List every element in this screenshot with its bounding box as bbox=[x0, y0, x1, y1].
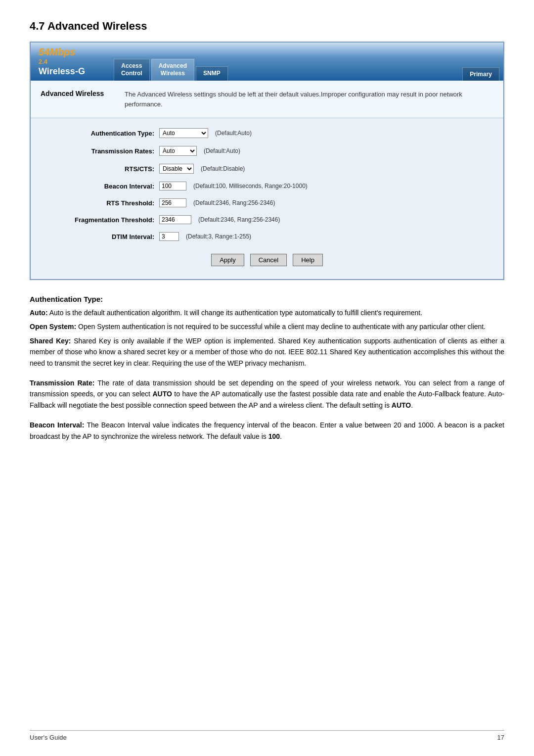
beacon-text: The Beacon Interval value indicates the … bbox=[30, 421, 504, 440]
info-section: Advanced Wireless The Advanced Wireless … bbox=[31, 81, 503, 118]
auth-open-label: Open System: bbox=[30, 323, 76, 331]
tx-rates-hint: (Default:Auto) bbox=[204, 147, 240, 154]
auth-open-text: Open System authentication is not requir… bbox=[78, 323, 486, 331]
frag-threshold-hint: (Default:2346, Rang:256-2346) bbox=[198, 216, 280, 223]
info-label: Advanced Wireless bbox=[41, 90, 125, 109]
tx-rates-select[interactable]: Auto 1 Mbps 2 Mbps 5.5 Mbps 11 Mbps 54 M… bbox=[159, 146, 197, 156]
tx-rate-auto-bold: AUTO bbox=[152, 390, 172, 398]
tx-rate-para: Transmission Rate: The rate of data tran… bbox=[30, 378, 504, 411]
router-header: 54Mbps 2.4 Wireless-G AccessControl Adva… bbox=[31, 43, 503, 81]
page-footer: User's Guide 17 bbox=[30, 730, 504, 741]
content-section: Authentication Type: Auto: Auto is the d… bbox=[30, 295, 504, 442]
help-button[interactable]: Help bbox=[293, 254, 323, 266]
auth-type-label: Authentication Type: bbox=[45, 130, 154, 137]
beacon-interval-label: Beacon Interval: bbox=[45, 183, 154, 190]
auth-auto-para: Auto: Auto is the default authentication… bbox=[30, 307, 504, 318]
dtim-interval-label: DTIM Interval: bbox=[45, 233, 154, 240]
logo-mbps: 54Mbps bbox=[39, 47, 75, 58]
buttons-row: Apply Cancel Help bbox=[45, 249, 489, 269]
auth-type-select[interactable]: Auto Open System Shared Key bbox=[159, 128, 208, 138]
rts-threshold-control: (Default:2346, Rang:256-2346) bbox=[159, 198, 275, 207]
auth-shared-label: Shared Key: bbox=[30, 337, 71, 345]
beacon-interval-hint: (Default:100, Milliseconds, Range:20-100… bbox=[193, 183, 308, 189]
logo-area: 54Mbps 2.4 Wireless-G bbox=[31, 43, 110, 81]
auth-shared-para: Shared Key: Shared Key is only available… bbox=[30, 335, 504, 369]
dtim-interval-row: DTIM Interval: (Default:3, Range:1-255) bbox=[45, 232, 489, 241]
beacon-default-bold: 100 bbox=[268, 432, 280, 440]
tx-rate-block: Transmission Rate: The rate of data tran… bbox=[30, 378, 504, 411]
auth-auto-text: Auto is the default authentication algor… bbox=[49, 309, 422, 317]
dtim-interval-hint: (Default:3, Range:1-255) bbox=[186, 233, 251, 240]
auth-type-row: Authentication Type: Auto Open System Sh… bbox=[45, 128, 489, 138]
footer-left: User's Guide bbox=[30, 734, 67, 741]
tab-advanced-wireless[interactable]: AdvancedWireless bbox=[151, 59, 194, 81]
dtim-interval-control: (Default:3, Range:1-255) bbox=[159, 232, 251, 241]
tx-rate-default-bold: AUTO bbox=[392, 401, 411, 409]
footer-right: 17 bbox=[497, 734, 504, 741]
frag-threshold-control: (Default:2346, Rang:256-2346) bbox=[159, 215, 280, 224]
rts-cts-hint: (Default:Disable) bbox=[201, 165, 245, 172]
auth-type-heading: Authentication Type: bbox=[30, 295, 504, 303]
auth-auto-label: Auto: bbox=[30, 309, 48, 317]
frag-threshold-label: Fragmentation Threshold: bbox=[45, 216, 154, 224]
info-text: The Advanced Wireless settings should be… bbox=[125, 90, 493, 109]
beacon-period: . bbox=[280, 432, 282, 440]
auth-open-para: Open System: Open System authentication … bbox=[30, 321, 504, 332]
rts-cts-select[interactable]: Disable Enable bbox=[159, 164, 194, 174]
tx-rates-control: Auto 1 Mbps 2 Mbps 5.5 Mbps 11 Mbps 54 M… bbox=[159, 146, 240, 156]
frag-threshold-row: Fragmentation Threshold: (Default:2346, … bbox=[45, 215, 489, 224]
rts-cts-control: Disable Enable (Default:Disable) bbox=[159, 164, 245, 174]
rts-threshold-row: RTS Threshold: (Default:2346, Rang:256-2… bbox=[45, 198, 489, 207]
dtim-interval-input[interactable] bbox=[159, 232, 179, 241]
rts-threshold-hint: (Default:2346, Rang:256-2346) bbox=[193, 199, 275, 206]
auth-type-control: Auto Open System Shared Key (Default:Aut… bbox=[159, 128, 252, 138]
beacon-interval-row: Beacon Interval: (Default:100, Milliseco… bbox=[45, 182, 489, 190]
tab-access-control[interactable]: AccessControl bbox=[114, 59, 150, 81]
tx-rates-label: Transmission Rates: bbox=[45, 147, 154, 155]
tx-rate-period: . bbox=[411, 401, 413, 409]
auth-type-hint: (Default:Auto) bbox=[215, 130, 252, 137]
beacon-para: Beacon Interval: The Beacon Interval val… bbox=[30, 420, 504, 442]
page-title: 4.7 Advanced Wireless bbox=[30, 20, 504, 33]
logo-brand: Wireless-G bbox=[39, 66, 85, 77]
tx-rate-label: Transmission Rate: bbox=[30, 379, 94, 387]
frag-threshold-input[interactable] bbox=[159, 215, 191, 224]
rts-threshold-input[interactable] bbox=[159, 198, 186, 207]
rts-cts-label: RTS/CTS: bbox=[45, 165, 154, 173]
tx-rates-row: Transmission Rates: Auto 1 Mbps 2 Mbps 5… bbox=[45, 146, 489, 156]
logo-sub: 2.4 bbox=[39, 58, 47, 65]
beacon-label: Beacon Interval: bbox=[30, 421, 84, 429]
beacon-interval-input[interactable] bbox=[159, 182, 186, 190]
tab-primary[interactable]: Primary bbox=[462, 67, 499, 81]
rts-cts-row: RTS/CTS: Disable Enable (Default:Disable… bbox=[45, 164, 489, 174]
apply-button[interactable]: Apply bbox=[211, 254, 244, 266]
rts-threshold-label: RTS Threshold: bbox=[45, 199, 154, 207]
nav-tabs: AccessControl AdvancedWireless SNMP Prim… bbox=[110, 43, 503, 81]
auth-shared-text: Shared Key is only available if the WEP … bbox=[30, 337, 504, 367]
beacon-interval-control: (Default:100, Milliseconds, Range:20-100… bbox=[159, 182, 308, 190]
router-panel: 54Mbps 2.4 Wireless-G AccessControl Adva… bbox=[30, 42, 504, 280]
beacon-block: Beacon Interval: The Beacon Interval val… bbox=[30, 420, 504, 442]
auth-type-block: Authentication Type: Auto: Auto is the d… bbox=[30, 295, 504, 369]
tab-snmp[interactable]: SNMP bbox=[196, 66, 228, 81]
settings-section: Authentication Type: Auto Open System Sh… bbox=[31, 118, 503, 279]
cancel-button[interactable]: Cancel bbox=[250, 254, 287, 266]
